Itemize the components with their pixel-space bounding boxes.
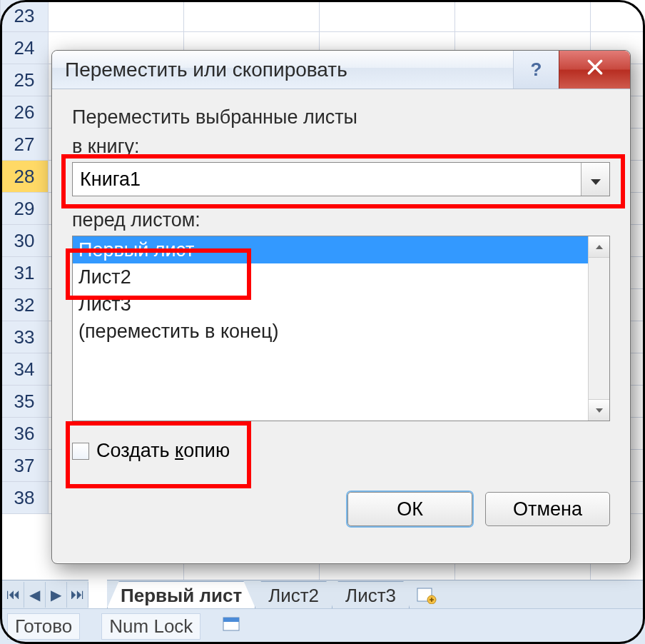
nav-next-icon[interactable]: ▶ <box>46 582 67 608</box>
row-header[interactable]: 27 <box>0 129 49 161</box>
label-before-sheet: перед листом: <box>72 209 610 231</box>
sheet-nav-buttons: ⏮ ◀ ▶ ⏭ <box>0 580 88 608</box>
label-move-selected: Переместить выбранные листы <box>72 106 610 129</box>
status-bar: Готово Num Lock <box>0 608 645 644</box>
help-icon: ? <box>531 59 542 81</box>
chevron-down-icon <box>590 168 601 191</box>
move-or-copy-dialog: Переместить или скопировать ? Переместит… <box>51 50 631 564</box>
row-header[interactable]: 25 <box>0 64 49 96</box>
book-dropdown[interactable]: Книга1 <box>72 162 610 196</box>
ok-button[interactable]: ОК <box>347 492 472 526</box>
scroll-up-icon[interactable] <box>589 236 609 258</box>
scroll-down-icon[interactable] <box>589 399 609 421</box>
nav-prev-icon[interactable]: ◀ <box>24 582 46 608</box>
row-header[interactable]: 32 <box>0 289 49 321</box>
dropdown-button[interactable] <box>581 163 609 196</box>
book-dropdown-value: Книга1 <box>80 168 141 191</box>
help-button[interactable]: ? <box>513 51 559 89</box>
row-header[interactable]: 28 <box>0 161 49 193</box>
row-header[interactable]: 33 <box>0 321 49 353</box>
row-header[interactable]: 36 <box>0 418 49 450</box>
sheet-tabs: Первый лист Лист2 Лист3 <box>107 580 645 608</box>
sheet-tab-2[interactable]: Лист2 <box>255 581 332 608</box>
row-header[interactable]: 29 <box>0 193 49 225</box>
list-item[interactable]: (переместить в конец) <box>73 318 588 345</box>
status-numlock: Num Lock <box>101 613 200 640</box>
dialog-title: Переместить или скопировать <box>65 59 347 81</box>
sheet-tab-3[interactable]: Лист3 <box>332 581 410 608</box>
row-header[interactable]: 23 <box>0 0 49 32</box>
create-copy-checkbox[interactable] <box>72 443 89 460</box>
svg-rect-3 <box>223 618 239 622</box>
row-header[interactable]: 38 <box>0 482 49 514</box>
cancel-button[interactable]: Отмена <box>485 492 610 526</box>
nav-last-icon[interactable]: ⏭ <box>67 582 88 608</box>
list-item[interactable]: Лист2 <box>73 263 588 291</box>
create-copy-label: Создать копию <box>96 440 230 462</box>
list-item[interactable]: Лист3 <box>73 291 588 318</box>
list-item[interactable]: Первый лист <box>73 236 588 263</box>
row-header[interactable]: 31 <box>0 257 49 289</box>
sheet-listbox[interactable]: Первый лист Лист2 Лист3 (переместить в к… <box>73 236 588 421</box>
label-to-book: в книгу: <box>72 136 610 158</box>
row-header[interactable]: 26 <box>0 96 49 129</box>
row-header[interactable]: 30 <box>0 225 49 257</box>
close-icon <box>586 58 604 81</box>
listbox-scrollbar[interactable] <box>588 236 609 421</box>
dialog-titlebar[interactable]: Переместить или скопировать ? <box>52 51 630 89</box>
row-header[interactable]: 34 <box>0 353 49 386</box>
close-button[interactable] <box>559 51 630 89</box>
row-header[interactable]: 24 <box>0 32 49 64</box>
sheet-tab-1[interactable]: Первый лист <box>107 581 255 608</box>
row-header[interactable]: 35 <box>0 386 49 418</box>
nav-first-icon[interactable]: ⏮ <box>3 582 24 608</box>
new-sheet-icon[interactable] <box>409 581 445 608</box>
status-icon <box>222 615 240 638</box>
row-header[interactable]: 37 <box>0 450 49 482</box>
status-ready: Готово <box>7 613 80 640</box>
